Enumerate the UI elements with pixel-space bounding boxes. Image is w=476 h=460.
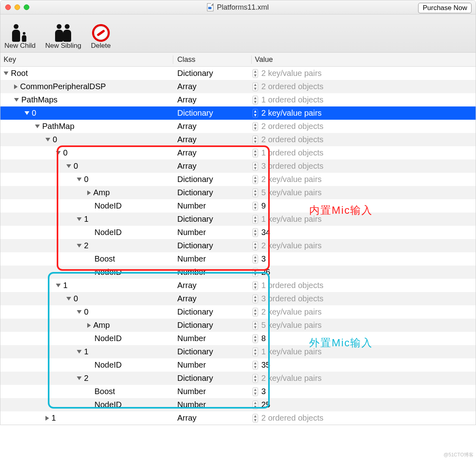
disclosure-open-icon[interactable] <box>56 284 61 287</box>
class-cell[interactable]: Dictionary <box>173 69 252 78</box>
value-stepper-icon[interactable]: ▲▼ <box>252 414 258 423</box>
value-stepper-icon[interactable]: ▲▼ <box>252 374 258 383</box>
class-cell[interactable]: Dictionary <box>173 188 252 197</box>
tree-row[interactable]: 0Dictionary▲▼2 key/value pairs <box>0 173 476 186</box>
tree-row[interactable]: NodeIDNumber▲▼26 <box>0 266 476 279</box>
value-cell[interactable]: ▲▼9 <box>252 201 476 211</box>
value-cell[interactable]: ▲▼3 ordered objects <box>252 162 476 171</box>
new-child-button[interactable]: New Child <box>4 18 35 50</box>
value-stepper-icon[interactable]: ▲▼ <box>252 109 258 118</box>
value-stepper-icon[interactable]: ▲▼ <box>252 135 258 144</box>
tree-row[interactable]: BoostNumber▲▼3 <box>0 385 476 398</box>
tree-row[interactable]: 0Array▲▼2 ordered objects <box>0 133 476 146</box>
disclosure-open-icon[interactable] <box>77 217 82 221</box>
tree-row[interactable]: 0Array▲▼3 ordered objects <box>0 159 476 173</box>
disclosure-open-icon[interactable] <box>45 138 50 141</box>
tree-row[interactable]: 1Array▲▼1 ordered objects <box>0 279 476 292</box>
value-stepper-icon[interactable]: ▲▼ <box>252 255 258 264</box>
class-cell[interactable]: Array <box>173 148 252 157</box>
value-cell[interactable]: ▲▼8 <box>252 334 476 343</box>
tree-row[interactable]: NodeIDNumber▲▼25 <box>0 398 476 411</box>
value-stepper-icon[interactable]: ▲▼ <box>252 202 258 211</box>
value-cell[interactable]: ▲▼2 ordered objects <box>252 82 476 91</box>
disclosure-open-icon[interactable] <box>14 98 19 102</box>
class-cell[interactable]: Dictionary <box>173 175 252 184</box>
class-cell[interactable]: Array <box>173 95 252 104</box>
class-cell[interactable]: Array <box>173 162 252 171</box>
value-cell[interactable]: ▲▼1 key/value pairs <box>252 347 476 356</box>
value-stepper-icon[interactable]: ▲▼ <box>252 228 258 237</box>
value-stepper-icon[interactable]: ▲▼ <box>252 149 258 157</box>
disclosure-open-icon[interactable] <box>77 244 82 247</box>
class-cell[interactable]: Array <box>173 281 252 290</box>
value-stepper-icon[interactable]: ▲▼ <box>252 82 258 91</box>
tree-row[interactable]: BoostNumber▲▼3 <box>0 252 476 266</box>
value-cell[interactable]: ▲▼2 ordered objects <box>252 135 476 144</box>
class-cell[interactable]: Array <box>173 135 252 144</box>
value-stepper-icon[interactable]: ▲▼ <box>252 96 258 104</box>
tree-row[interactable]: AmpDictionary▲▼5 key/value pairs <box>0 319 476 332</box>
class-cell[interactable]: Dictionary <box>173 215 252 224</box>
class-cell[interactable]: Number <box>173 360 252 370</box>
purchase-now-button[interactable]: Purchase Now <box>418 3 472 13</box>
value-stepper-icon[interactable]: ▲▼ <box>252 281 258 290</box>
value-cell[interactable]: ▲▼1 ordered objects <box>252 95 476 104</box>
class-cell[interactable]: Dictionary <box>173 307 252 317</box>
value-cell[interactable]: ▲▼25 <box>252 400 476 409</box>
value-stepper-icon[interactable]: ▲▼ <box>252 122 258 131</box>
disclosure-closed-icon[interactable] <box>87 323 91 328</box>
value-cell[interactable]: ▲▼1 ordered objects <box>252 148 476 157</box>
class-cell[interactable]: Dictionary <box>173 108 252 118</box>
class-cell[interactable]: Dictionary <box>173 321 252 330</box>
class-cell[interactable]: Number <box>173 201 252 211</box>
delete-button[interactable]: Delete <box>91 18 111 50</box>
value-cell[interactable]: ▲▼3 <box>252 387 476 396</box>
value-stepper-icon[interactable]: ▲▼ <box>252 361 258 370</box>
column-header-key[interactable]: Key <box>0 55 173 64</box>
disclosure-open-icon[interactable] <box>35 125 40 128</box>
class-cell[interactable]: Array <box>173 413 252 423</box>
value-cell[interactable]: ▲▼2 key/value pairs <box>252 108 476 118</box>
value-stepper-icon[interactable]: ▲▼ <box>252 188 258 197</box>
value-stepper-icon[interactable]: ▲▼ <box>252 215 258 224</box>
value-cell[interactable]: ▲▼2 key/value pairs <box>252 374 476 383</box>
tree-row[interactable]: CommonPeripheralDSPArray▲▼2 ordered obje… <box>0 80 476 93</box>
tree-row[interactable]: NodeIDNumber▲▼8 <box>0 332 476 345</box>
tree-row[interactable]: PathMapsArray▲▼1 ordered objects <box>0 93 476 106</box>
value-stepper-icon[interactable]: ▲▼ <box>252 162 258 171</box>
class-cell[interactable]: Number <box>173 334 252 343</box>
value-stepper-icon[interactable]: ▲▼ <box>252 401 258 409</box>
tree-row[interactable]: 0Dictionary▲▼2 key/value pairs <box>0 305 476 319</box>
tree-row[interactable]: RootDictionary▲▼2 key/value pairs <box>0 67 476 80</box>
tree-row[interactable]: NodeIDNumber▲▼35 <box>0 358 476 372</box>
class-cell[interactable]: Array <box>173 294 252 303</box>
disclosure-open-icon[interactable] <box>77 376 82 380</box>
tree-row[interactable]: 0Dictionary▲▼2 key/value pairs <box>0 106 476 120</box>
disclosure-closed-icon[interactable] <box>87 190 91 195</box>
value-stepper-icon[interactable]: ▲▼ <box>252 308 258 317</box>
class-cell[interactable]: Array <box>173 122 252 131</box>
tree-row[interactable]: NodeIDNumber▲▼34 <box>0 226 476 239</box>
disclosure-open-icon[interactable] <box>77 310 82 314</box>
tree-row[interactable]: 1Dictionary▲▼1 key/value pairs <box>0 213 476 226</box>
disclosure-open-icon[interactable] <box>25 111 29 115</box>
value-stepper-icon[interactable]: ▲▼ <box>252 321 258 330</box>
value-cell[interactable]: ▲▼5 key/value pairs <box>252 321 476 330</box>
class-cell[interactable]: Dictionary <box>173 241 252 250</box>
value-cell[interactable]: ▲▼2 ordered objects <box>252 413 476 423</box>
disclosure-open-icon[interactable] <box>77 350 82 354</box>
tree-row[interactable]: 2Dictionary▲▼2 key/value pairs <box>0 239 476 252</box>
value-stepper-icon[interactable]: ▲▼ <box>252 387 258 396</box>
value-stepper-icon[interactable]: ▲▼ <box>252 175 258 184</box>
class-cell[interactable]: Number <box>173 400 252 409</box>
disclosure-open-icon[interactable] <box>77 178 82 181</box>
class-cell[interactable]: Dictionary <box>173 347 252 356</box>
value-cell[interactable]: ▲▼2 key/value pairs <box>252 175 476 184</box>
value-cell[interactable]: ▲▼3 <box>252 254 476 264</box>
value-stepper-icon[interactable]: ▲▼ <box>252 69 258 78</box>
tree-row[interactable]: 1Dictionary▲▼1 key/value pairs <box>0 345 476 358</box>
value-cell[interactable]: ▲▼2 key/value pairs <box>252 69 476 78</box>
value-cell[interactable]: ▲▼5 key/value pairs <box>252 188 476 197</box>
class-cell[interactable]: Array <box>173 82 252 91</box>
class-cell[interactable]: Number <box>173 254 252 264</box>
